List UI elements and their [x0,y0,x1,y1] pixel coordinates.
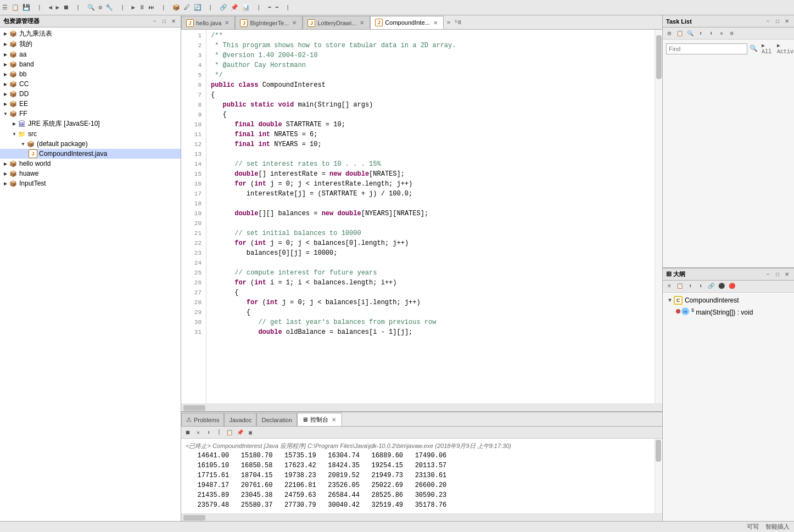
outline-close-btn[interactable]: ✕ [783,270,791,278]
tree-item-DD[interactable]: ▶ 📦 DD [0,89,181,99]
tree-toggle-DD[interactable]: ▶ [2,91,9,97]
task-toolbar-btn7[interactable]: ⚙ [728,29,736,38]
task-toolbar-btn1[interactable]: ⊞ [665,29,674,38]
console-tab-label: 控制台 [310,416,328,424]
task-maximize-btn[interactable]: □ [774,18,781,25]
console-scroll-btn[interactable]: ⬇ [204,428,213,437]
code-line-18 [211,199,655,209]
console-tab-declaration[interactable]: Declaration [256,413,297,426]
tree-toggle-wo[interactable]: ▶ [2,41,9,48]
tree-item-huawe[interactable]: ▶ 📦 huawe [0,169,181,178]
console-copy-btn[interactable]: 📋 [225,428,234,437]
line-num-13: 13 [181,149,204,159]
tree-item-bb[interactable]: ▶ 📦 bb [0,69,181,79]
tab-close-lottery[interactable]: ✕ [359,19,365,26]
task-toolbar-btn5[interactable]: ⬇ [707,29,715,38]
code-line-20 [211,219,655,228]
tree-toggle-jre[interactable]: ▶ [11,121,18,127]
console-tab-javadoc[interactable]: Javadoc [224,413,256,426]
tree-item-EE[interactable]: ▶ 📦 EE [0,99,181,109]
tree-toggle-EE[interactable]: ▶ [2,100,9,107]
tree-toggle-src[interactable]: ▼ [11,131,18,137]
console-tab-close[interactable]: ✕ [331,416,337,423]
task-close-btn[interactable]: ✕ [783,18,791,25]
tree-item-compound[interactable]: J CompoundInterest.java [0,149,181,159]
console-tab-problems[interactable]: ⚠ Problems [181,413,224,426]
tree-item-defpkg[interactable]: ▼ 📦 (default package) [0,139,181,149]
task-toolbar-btn4[interactable]: ⬆ [696,29,705,38]
line-num-24: 24 [181,258,204,268]
tree-toggle-bb[interactable]: ▶ [2,71,9,77]
outline-btn2[interactable]: 📋 [675,282,684,290]
tree-toggle-huawe[interactable]: ▶ [2,170,9,177]
tree-toggle-FF[interactable]: ▼ [2,110,9,117]
tab-close-compound[interactable]: ✕ [432,19,439,26]
tree-item-jre[interactable]: ▶ 🏛 JRE 系统库 [JavaSE-10] [0,119,181,129]
line-num-1: 1 [181,31,204,41]
outline-maximize-btn[interactable]: □ [774,270,781,278]
find-activate-btn[interactable]: ▶ Activate... [775,42,794,55]
tree-toggle-jiu[interactable]: ▶ [2,31,9,37]
outline-item-class[interactable]: ▼ C CompoundInterest [665,295,792,306]
outline-btn1[interactable]: ≡ [665,282,674,290]
tree-toggle-defpkg[interactable]: ▼ [20,141,26,147]
tree-item-jiu[interactable]: ▶ 📦 九九乘法表 [0,29,181,39]
tab-hello-java[interactable]: J hello.java ✕ [181,16,235,29]
editor-scrollbar[interactable] [655,30,662,404]
tree-toggle-CC[interactable]: ▶ [2,81,9,87]
tree-label-bb: bb [19,70,26,78]
code-editor[interactable]: 1234567891011121314151617181920212223242… [181,30,662,404]
tab-lottery[interactable]: J LotteryDrawi... ✕ [303,16,370,29]
tab-biginteger[interactable]: J BigIntegerTe... ✕ [235,16,303,29]
outline-item-main[interactable]: m s main(String[]) : void [665,306,792,317]
tree-item-CC[interactable]: ▶ 📦 CC [0,79,181,89]
tree-item-band[interactable]: ▶ 📦 band [0,59,181,69]
outline-btn7[interactable]: 🔴 [728,282,736,290]
tree-item-FF[interactable]: ▼ 📦 FF [0,109,181,119]
tree-toggle-aa[interactable]: ▶ [2,51,9,58]
tab-label-lottery: LotteryDrawi... [317,20,356,26]
tree-item-aa[interactable]: ▶ 📦 aa [0,49,181,59]
code-line-30: // get last year's balances from previou… [211,317,655,327]
tree-item-wo[interactable]: ▶ 📦 我的 [0,39,181,49]
tab-close-biginteger[interactable]: ✕ [291,19,298,26]
console-content: <已终止> CompoundInterest [Java 应用程序] C:\Pr… [181,439,655,513]
outline-btn6[interactable]: ⚫ [717,282,726,290]
outline-btn3[interactable]: ⬆ [686,282,695,290]
task-minimize-btn[interactable]: − [764,18,772,25]
console-hscroll[interactable] [181,513,662,521]
outline-tree: ▼ C CompoundInterest m s main(String[]) … [663,293,794,522]
tree-item-inputtest[interactable]: ▶ 📦 InputTest [0,178,181,188]
find-icon[interactable]: 🔍 [750,44,758,53]
task-toolbar-btn2[interactable]: 📋 [675,29,684,38]
task-list-title: Task List [666,18,692,25]
tree-toggle-helloworld[interactable]: ▶ [2,160,9,167]
outline-btn5[interactable]: 🔗 [707,282,715,290]
tree-toggle-band[interactable]: ▶ [2,61,9,68]
code-area[interactable]: /** * This program shows how to store ta… [206,30,655,404]
outline-btn4[interactable]: ⬇ [696,282,705,290]
tab-close-hello[interactable]: ✕ [223,19,230,26]
editor-hscroll[interactable] [181,404,662,411]
outline-minimize-btn[interactable]: − [764,270,772,278]
tree-label-EE: EE [19,100,28,108]
outline-icon: ⊞ [666,270,672,278]
console-layout-btn[interactable]: ▣ [246,428,255,437]
tab-compound[interactable]: J CompoundInte... ✕ [370,16,443,29]
console-clear-btn[interactable]: ✕ [194,428,203,437]
console-scrollbar[interactable] [655,439,662,513]
panel-maximize-btn[interactable]: □ [160,18,168,25]
find-input[interactable] [666,43,747,54]
tab-overflow-btn[interactable]: » ¹0 [444,19,465,26]
task-toolbar-btn6[interactable]: ✕ [717,29,726,38]
console-paste-btn[interactable]: 📌 [236,428,244,437]
console-stop-btn[interactable]: ⏹ [183,428,192,437]
tree-item-helloworld[interactable]: ▶ 📦 hello world [0,159,181,169]
panel-close-btn[interactable]: ✕ [170,18,177,25]
console-tab-console[interactable]: 🖥 控制台 ✕ [297,413,342,426]
tree-item-src[interactable]: ▼ 📁 src [0,129,181,139]
tree-toggle-inputtest[interactable]: ▶ [2,180,9,187]
task-toolbar-btn3[interactable]: 🔍 [686,29,695,38]
panel-minimize-btn[interactable]: − [151,18,159,25]
find-all-btn[interactable]: ▶ All [760,42,773,55]
